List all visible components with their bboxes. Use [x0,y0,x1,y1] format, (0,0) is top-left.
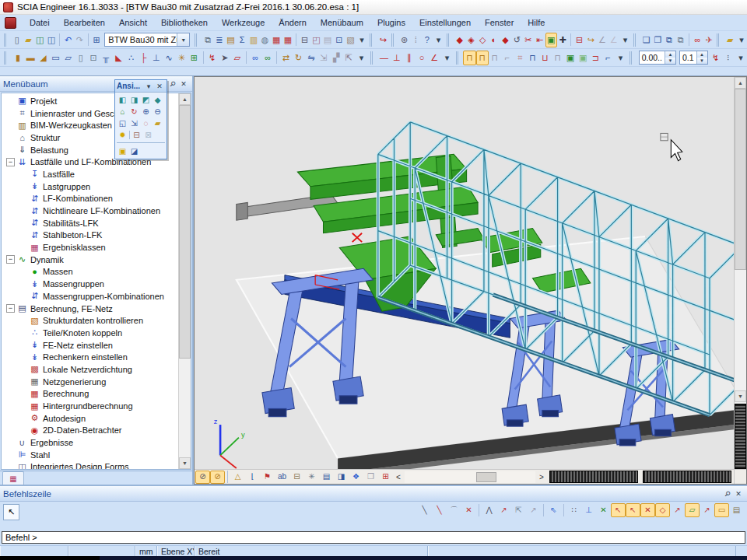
wired-model-icon[interactable]: ◪ [128,145,140,157]
gallery-icon[interactable]: ❐ [363,471,378,484]
mirror-icon[interactable]: ⇋ [305,51,317,65]
rib-tool-icon[interactable]: ╥ [100,51,112,65]
toolbar-grip[interactable] [195,33,200,47]
paperspace-icon[interactable]: ⊞ [378,471,393,484]
dotted-section-icon[interactable]: ⁞ [410,33,422,47]
snap-edge-icon[interactable]: ↗ [496,503,511,517]
menu-item[interactable]: Ändern [272,16,313,29]
angle-spinner[interactable]: 0.00.. ▲ ▼ [639,51,676,65]
tree-item[interactable]: ● Massen [2,266,178,278]
layers-icon[interactable]: ≣ [214,33,226,47]
tree-expander-icon[interactable]: − [6,255,15,264]
activity-add-icon[interactable]: ◈ [465,33,477,47]
toolbar-grip[interactable] [456,51,461,65]
search-document-icon[interactable]: ⊛ [398,33,410,47]
wall-tool-icon[interactable]: ▯ [75,51,87,65]
model-settings-icon[interactable]: ✳ [304,471,319,484]
snap-intersection-icon[interactable]: ✕ [640,503,655,517]
numbering-alt-icon[interactable]: ∠ [608,33,619,47]
stretch-icon[interactable]: ⇱ [342,51,355,65]
picture-export-icon[interactable]: ⊡ [333,33,345,47]
step-spinner[interactable]: 0.1 ▲ ▼ [679,51,708,65]
menu-item[interactable]: Fenster [478,16,521,29]
activity-remove-icon[interactable]: ◇ [477,33,489,47]
tree-item[interactable]: ▦ Netzgenerierung [2,376,178,388]
tree-item[interactable]: ▦ Ergebnisklassen [2,241,178,254]
document-icon[interactable]: ▧ [345,33,356,47]
toolbar-overflow-icon[interactable]: ▾ [735,51,747,65]
connect-nodes-icon[interactable]: ∞ [249,51,261,65]
parallel-tool-icon[interactable]: ∥ [403,51,416,65]
tree-item[interactable]: − ▤ Berechnung, FE-Netz [2,303,178,315]
dimension-open-icon[interactable]: ⊓ [476,51,489,65]
rafter-tool-icon[interactable]: ◢ [37,51,49,65]
tree-item[interactable]: ⚙ Autodesign [2,412,178,425]
spring-tool-icon[interactable]: ∿ [163,51,175,65]
calculator-icon[interactable]: ▤ [225,33,237,47]
image-gallery-icon[interactable]: ⧉ [202,33,214,47]
tree-item[interactable]: ▩ Lokale Netzverdichtung [2,363,178,376]
viewport-vscrollbar[interactable]: ▲ ▼ [734,77,746,469]
activity-restore-icon[interactable]: ↺ [511,33,523,47]
menu-item[interactable]: Plugins [370,16,412,29]
beam-tool-icon[interactable]: ▬ [24,51,37,65]
tree-expander-icon[interactable]: − [6,158,15,166]
toolbar-overflow-icon[interactable]: ▾ [440,51,453,65]
spinner-up-icon[interactable]: ▲ [697,51,707,58]
labels-toggle-icon[interactable]: ab [275,471,289,484]
scroll-thumb[interactable] [735,89,746,270]
toolbar-overflow-icon[interactable]: ▾ [619,33,631,47]
modify-cursor-icon[interactable]: ➤ [219,51,231,65]
results-table-icon[interactable]: ▦ [282,33,294,47]
view-parameters-icon[interactable]: ❖ [349,471,363,484]
viewport-hscrollbar[interactable] [405,471,535,483]
snap-free-icon[interactable]: ╲ [417,503,432,517]
open-folder-star-icon[interactable]: ▰ [724,33,736,47]
column-tool-icon[interactable]: ▮ [12,51,24,65]
clipboard-icon[interactable]: ▥ [248,33,260,47]
toolbar-overflow-icon[interactable]: ▾ [615,51,627,65]
view-top-icon[interactable]: ◩ [140,94,152,106]
catalog-block-icon[interactable]: ⊞ [188,51,200,65]
numbering-icon[interactable]: ∠ [597,33,608,47]
toolbar-grip[interactable] [370,33,375,47]
print-picture-icon[interactable]: ⊟ [289,471,304,484]
layer-manager-icon[interactable]: ⊟ [573,33,585,47]
copy-array-icon[interactable]: ▞ [330,51,342,65]
toolbar-grip[interactable] [447,33,452,47]
info-query-icon[interactable]: ? [422,33,433,47]
snap-settings-icon[interactable]: ▤ [729,503,744,517]
airplane-icon[interactable]: ✈ [703,33,715,47]
tree-item[interactable]: ↡ FE-Netz einstellen [2,339,178,352]
document-window-icon[interactable] [5,17,16,29]
dimension-green-icon[interactable]: ▣ [564,51,577,65]
line-tool-icon[interactable]: ― [378,51,391,65]
zoom-all-icon[interactable]: ⇲ [128,117,140,129]
tile-windows-icon[interactable]: ❐ [652,33,664,47]
center-selection-icon[interactable]: ✚ [557,33,569,47]
scroll-thumb[interactable] [179,105,191,359]
slab-tool-icon[interactable]: ▱ [62,51,75,65]
activity-folder-icon[interactable]: ↪ [585,33,597,47]
snap-tangent-icon[interactable]: ↗ [670,503,685,517]
printer-icon[interactable]: ⊟ [299,33,310,47]
cross-link-icon[interactable]: ✳ [175,51,188,65]
toolbar-overflow-icon[interactable]: ▾ [356,33,368,47]
close-icon[interactable]: ✕ [154,81,165,92]
angle-apply-icon[interactable]: ↯ [710,51,722,65]
tree-item[interactable]: ↡ Massengruppen [2,278,178,290]
undo-history-icon[interactable]: ↪ [377,33,389,47]
cursor-tracking-icon[interactable]: ⇖ [546,503,561,517]
zoom-out-icon[interactable]: ⊖ [152,106,163,117]
dimension-grid-icon[interactable]: ⌗ [514,51,526,65]
menu-item[interactable]: Menübaum [314,16,370,29]
toolbar-grip[interactable] [633,33,639,47]
new-document-icon[interactable]: ▯ [12,33,23,47]
save-icon[interactable]: ◫ [46,33,58,47]
toolbar-grip[interactable] [717,33,722,47]
purlin-tool-icon[interactable]: ▭ [49,51,61,65]
snap-orthogonal-icon[interactable]: ◇ [655,503,670,517]
camera-disabled-icon[interactable]: ⊠ [142,129,154,141]
chevron-down-icon[interactable]: ▾ [177,33,189,46]
tree-item[interactable]: ∴ Teile/Knoten koppeln [2,327,178,339]
